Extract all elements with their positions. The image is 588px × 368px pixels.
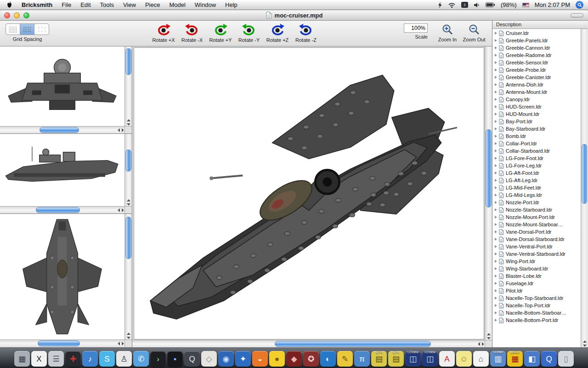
- top-pane-vertical-scrollbar[interactable]: [124, 214, 132, 339]
- display-status-icon[interactable]: 2: [461, 2, 468, 8]
- file-list-item[interactable]: Nozzle-Mount-Port.ldr: [492, 213, 588, 221]
- disclosure-triangle-icon[interactable]: [495, 98, 497, 101]
- file-list-item[interactable]: Cruiser.ldr: [492, 29, 588, 37]
- file-list-item[interactable]: Nacelle-Bottom-Port.ldr: [492, 316, 588, 324]
- disclosure-triangle-icon[interactable]: [495, 245, 497, 248]
- scroll-up-arrow[interactable]: [127, 119, 130, 121]
- scrollbar-thumb[interactable]: [125, 48, 131, 75]
- side-view-canvas[interactable]: [0, 134, 124, 206]
- scroll-left-arrow[interactable]: [118, 342, 120, 345]
- dock-icon[interactable]: ☰: [48, 351, 64, 367]
- scroll-down-arrow[interactable]: [583, 345, 587, 347]
- disclosure-triangle-icon[interactable]: [495, 282, 497, 285]
- viewport-horizontal-scrollbar[interactable]: [132, 340, 485, 347]
- dock-icon[interactable]: Q: [184, 351, 200, 367]
- dock-icon[interactable]: ♙: [116, 351, 132, 367]
- file-list-item[interactable]: Vane-Ventral-Port.ldr: [492, 243, 588, 250]
- file-list-item[interactable]: Antenna-Dish.ldr: [492, 81, 588, 88]
- scroll-left-arrow[interactable]: [118, 128, 120, 132]
- disclosure-triangle-icon[interactable]: [495, 201, 497, 204]
- file-list-item[interactable]: Bomb.ldr: [492, 132, 588, 140]
- menu-clock[interactable]: Mon 2:07 PM: [535, 1, 570, 8]
- file-list-item[interactable]: Wing-Starboard.ldr: [492, 265, 588, 272]
- file-list-item[interactable]: Collar-Starboard.ldr: [492, 147, 588, 155]
- disclosure-triangle-icon[interactable]: [495, 69, 497, 71]
- dock-icon[interactable]: LDraw ▥: [490, 351, 506, 367]
- file-list-item[interactable]: LG-Aft-Leg.ldr: [492, 177, 588, 184]
- dock-icon[interactable]: ◆: [286, 351, 302, 367]
- file-list-item[interactable]: LG-Fore-Foot.ldr: [492, 155, 588, 162]
- rotate-button[interactable]: Rotate +X: [149, 23, 178, 43]
- file-list-item[interactable]: Greeble-Probe.ldr: [492, 66, 588, 74]
- file-list-item[interactable]: HUD-Screen.ldr: [492, 103, 588, 110]
- dock-icon[interactable]: ✪: [303, 351, 319, 367]
- top-view-canvas[interactable]: [0, 214, 124, 339]
- rotate-button[interactable]: Rotate +Z: [263, 23, 292, 43]
- file-list-item[interactable]: LG-Aft-Foot.ldr: [492, 169, 588, 177]
- file-list-item[interactable]: Nacelle-Top-Starboard.ldr: [492, 294, 588, 302]
- scrollbar-thumb[interactable]: [125, 217, 131, 259]
- zoom-window-button[interactable]: [23, 12, 29, 18]
- disclosure-triangle-icon[interactable]: [495, 83, 497, 86]
- top-pane-horizontal-scrollbar[interactable]: [0, 339, 124, 347]
- disclosure-triangle-icon[interactable]: [495, 135, 497, 138]
- dock-icon[interactable]: X: [31, 351, 47, 367]
- scroll-left-arrow[interactable]: [478, 342, 480, 346]
- menu-item[interactable]: Window: [190, 0, 220, 10]
- scrollbar-thumb[interactable]: [38, 340, 80, 346]
- dock-icon[interactable]: S: [99, 351, 115, 367]
- dock-icon[interactable]: A: [439, 351, 455, 367]
- dock-icon[interactable]: ✚: [65, 351, 81, 367]
- battery-icon[interactable]: [486, 2, 495, 7]
- scroll-left-arrow[interactable]: [118, 208, 120, 212]
- file-list-item[interactable]: LG-Mid-Feet.ldr: [492, 184, 588, 191]
- rotate-button[interactable]: Rotate +Y: [206, 23, 235, 43]
- toolbar-toggle-capsule[interactable]: [571, 13, 583, 17]
- file-list-item[interactable]: Collar-Port.ldr: [492, 140, 588, 147]
- dock-icon[interactable]: ◒: [252, 351, 268, 367]
- scrollbar-thumb[interactable]: [36, 207, 80, 213]
- file-list-item[interactable]: Greeble-Sensor.ldr: [492, 59, 588, 66]
- file-list-item[interactable]: Pilot.ldr: [492, 287, 588, 294]
- disclosure-triangle-icon[interactable]: [495, 54, 497, 57]
- file-list-item[interactable]: Wing-Port.ldr: [492, 258, 588, 265]
- grid-fine-segment[interactable]: [6, 24, 20, 34]
- scrollbar-thumb[interactable]: [582, 144, 587, 204]
- menu-item[interactable]: View: [119, 0, 141, 10]
- scrollbar-thumb[interactable]: [275, 341, 431, 347]
- zoom-in-button[interactable]: Zoom In: [434, 23, 461, 42]
- disclosure-triangle-icon[interactable]: [495, 105, 497, 108]
- scrollbar-thumb[interactable]: [486, 129, 492, 207]
- disclosure-triangle-icon[interactable]: [495, 208, 497, 211]
- dock-icon[interactable]: LDView ◫: [405, 351, 421, 367]
- dock-icon[interactable]: ●: [269, 351, 285, 367]
- scrollbar-thumb[interactable]: [125, 150, 131, 172]
- scroll-up-arrow[interactable]: [583, 340, 587, 343]
- disclosure-triangle-icon[interactable]: [495, 39, 497, 42]
- dock-icon[interactable]: ☺: [456, 351, 472, 367]
- grid-coarse-segment[interactable]: [34, 24, 49, 34]
- scrollbar-thumb[interactable]: [40, 127, 79, 133]
- scroll-right-arrow[interactable]: [482, 342, 484, 346]
- menu-item[interactable]: File: [57, 0, 76, 10]
- volume-icon[interactable]: [474, 2, 480, 8]
- file-list-item[interactable]: Blaster-Lobe.ldr: [492, 272, 588, 280]
- scroll-right-arrow[interactable]: [122, 208, 124, 212]
- disclosure-triangle-icon[interactable]: [495, 120, 497, 123]
- grid-medium-segment[interactable]: [20, 24, 34, 34]
- disclosure-triangle-icon[interactable]: [495, 172, 497, 174]
- disclosure-triangle-icon[interactable]: [495, 150, 497, 152]
- file-list-item[interactable]: Greeble-Cannon.ldr: [492, 44, 588, 52]
- disclosure-triangle-icon[interactable]: [495, 179, 497, 182]
- dock-icon[interactable]: QT4 ▤: [388, 351, 404, 367]
- viewport-vertical-scrollbar[interactable]: [485, 46, 492, 340]
- dock-icon[interactable]: ▦: [14, 351, 30, 367]
- disclosure-triangle-icon[interactable]: [495, 216, 497, 218]
- menu-item[interactable]: Edit: [76, 0, 95, 10]
- close-button[interactable]: [4, 12, 10, 18]
- disclosure-triangle-icon[interactable]: [495, 238, 497, 241]
- menu-item[interactable]: Tools: [96, 0, 119, 10]
- file-list-item[interactable]: LG-Mid-Legs.ldr: [492, 191, 588, 199]
- disclosure-triangle-icon[interactable]: [495, 289, 497, 292]
- disclosure-triangle-icon[interactable]: [495, 260, 497, 263]
